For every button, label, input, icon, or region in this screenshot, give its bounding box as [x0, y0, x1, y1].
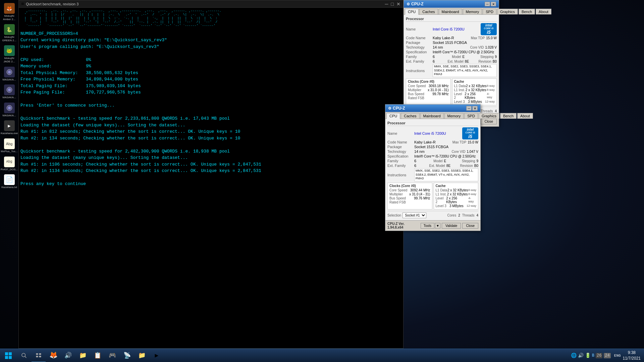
cpuz-validate-button-2[interactable]: Validate — [442, 223, 461, 229]
svg-line-11 — [25, 356, 26, 358]
taskbar-app-network[interactable]: 📡 — [120, 349, 134, 362]
sidebar-item-masaka-2[interactable]: MASAKA... — [1, 83, 18, 101]
cpuz-clocks-cache-1: Clocks (Core #0) Core Speed 3093.18 MHz … — [406, 78, 497, 105]
cpuz-tab-graphics-1[interactable]: Graphics — [497, 9, 518, 14]
sidebar-item-kazahana-exe[interactable]: ▶ Kazahana.exe — [1, 119, 18, 136]
cpuz-sel-group-2: Selection Socket #1 — [387, 213, 426, 218]
cpuz-tab-graphics-2[interactable]: Graphics — [479, 113, 499, 119]
explorer-icon: 📁 — [138, 352, 146, 359]
cpuz-level2-label-2: Level 2 — [436, 196, 446, 204]
cpuz-tab-spd-1[interactable]: SPD — [483, 9, 496, 14]
tray-battery-icon[interactable]: 🔋 — [585, 353, 591, 358]
cpuz-l1data-assoc-2: 8-way — [468, 188, 476, 192]
terminal-maximize-button[interactable]: □ — [391, 2, 394, 6]
taskview-icon — [36, 352, 42, 358]
cpuz-tab-memory-1[interactable]: Memory — [463, 9, 482, 14]
cpuz-family-value-2: 6 — [414, 159, 432, 163]
cpuz-threads-val-1: 4 — [495, 109, 497, 113]
cpuz-close-button-2[interactable]: ✕ — [472, 106, 478, 111]
cpuz-window-controls-1: ─ ✕ — [485, 2, 496, 6]
cpuz-tab-cpu-2[interactable]: CPU — [386, 113, 400, 119]
cpuz-tdp-value-1: 15.0 W — [486, 36, 497, 40]
cpuz-close-button-footer-1[interactable]: Close — [481, 119, 497, 124]
tray-network-icon[interactable]: 🌐 — [571, 353, 577, 358]
tray-volume-icon[interactable]: 🔊 — [578, 353, 584, 358]
game-icon: 🎮 — [109, 352, 116, 359]
cpuz-busspeed-label-1: Bus Speed — [408, 92, 424, 96]
cpuz-content-1: Processor Name Intel Core i5 7200U intel… — [404, 15, 499, 116]
cpuz-family-row-1: Family 6 Model E Stepping 9 — [406, 55, 497, 59]
sidebar-item-kazahana-txt[interactable]: 📄 Kazahana.txt — [1, 173, 18, 190]
taskbar-app-speaker[interactable]: 🔊 — [61, 349, 75, 362]
cpuz-tab-about-2[interactable]: About — [517, 113, 533, 119]
cpuz-sel-dropdown-2[interactable]: Socket #1 — [402, 213, 426, 218]
cpuz-tab-mainboard-2[interactable]: Mainboard — [420, 113, 444, 119]
cpuz-content-2: Processor Name Intel Core i5 7200U intel… — [385, 119, 480, 220]
taskbar-app-explorer[interactable]: 📁 — [135, 349, 149, 362]
cpuz-codename-label-1: Code Name — [406, 36, 433, 40]
cpuz-tools-button-2[interactable]: Tools — [421, 223, 434, 229]
sidebar-item-label: Kazahana.txt — [1, 186, 17, 189]
cpuz-tab-cpu-1[interactable]: CPU — [405, 9, 419, 15]
cpuz-info-group-2: Cores 2 Threads 4 — [447, 214, 479, 217]
cpuz-minimize-button-2[interactable]: ─ — [466, 106, 472, 111]
sidebar-item-mokujin-amber[interactable]: 🦊 MokujIN Amber 2... — [1, 2, 18, 22]
cpuz-spec-row-2: Specification Intel® Core™ i5-7200U CPU … — [387, 154, 478, 158]
tray-bluetooth-icon[interactable]: B — [592, 353, 594, 358]
cpuz-minimize-button-1[interactable]: ─ — [485, 2, 490, 6]
cpuz-tools-group-2: Tools ▼ — [421, 223, 440, 229]
terminal-content[interactable]: ,---------. ,--. ,--. ,--. ,--. ,------.… — [19, 8, 403, 348]
cpuz-codename-value-1: Kaby Lake-R — [433, 36, 469, 40]
cpuz-close-button-footer-2[interactable]: Close — [462, 223, 478, 229]
taskbar-app-media[interactable]: ▶ — [150, 349, 164, 362]
taskbar-app-folder[interactable]: 📁 — [76, 349, 90, 362]
cpuz-icon-2: ⚙ — [388, 106, 391, 111]
cpuz-tab-caches-2[interactable]: Caches — [401, 113, 419, 119]
cpuz-tab-bench-2[interactable]: Bench — [500, 113, 517, 119]
taskbar: 🦊 🔊 📁 📋 🎮 📡 📁 ▶ 🌐 🔊 🔋 B 26 — [0, 349, 644, 362]
taskbar-app-game[interactable]: 🎮 — [105, 349, 119, 362]
cpuz-l1inst-val-2: 2 x 32 KBytes — [447, 192, 468, 196]
cpuz-package-row-1: Package Socket 1515 FCBGA — [406, 41, 497, 45]
taskbar-app-notepad[interactable]: 📋 — [91, 349, 105, 362]
cpuz-level3-label-2: Level 3 — [436, 204, 446, 208]
sidebar-item-mokujin-green[interactable]: 🐍 MokujIN GREEN 2... — [1, 23, 18, 43]
cpuz-tools-dropdown-2[interactable]: ▼ — [435, 223, 440, 229]
cpuz-tab-bench-1[interactable]: Bench — [519, 9, 535, 14]
sidebar-item-masaka-1[interactable]: MASAKA... — [1, 65, 18, 83]
cpuz-level3-val-1: 3 MBytes — [468, 100, 482, 104]
terminal-minimize-button[interactable]: ─ — [385, 2, 388, 6]
cpuz-cache-box-1: Cache L1 Data 2 x 32 KBytes 8-way L1 Ins… — [452, 78, 497, 105]
cpuz-stepping-value-2: 9 — [476, 159, 478, 163]
cpuz-corevid-label-2: Core VID — [451, 150, 465, 154]
terminal-icon: ⊞ — [21, 1, 24, 6]
cpuz-tdp-label-1: Max TDP — [471, 36, 485, 40]
cpuz-cache-box-2: Cache L1 Data 2 x 32 KBytes 8-way L1 Ins… — [434, 183, 479, 209]
cpuz-tab-memory-2[interactable]: Memory — [444, 113, 464, 119]
cpuz-tab-about-1[interactable]: About — [536, 9, 551, 14]
start-button[interactable] — [0, 349, 17, 362]
cpuz-level2-row-1: Level 2 2 x 256 KBytes 4-way — [454, 92, 495, 100]
terminal-close-button[interactable]: ✕ — [396, 2, 400, 6]
taskbar-app-search[interactable] — [17, 349, 31, 362]
sidebar-item-mxplus[interactable]: Abg MxPlus_Tos... — [1, 137, 18, 155]
kazahana-txt-icon: 📄 — [4, 174, 15, 185]
cpuz-tab-mainboard-1[interactable]: Mainboard — [439, 9, 462, 14]
cpuz-spec-value-1: Intel® Core™ i5-7200U CPU @ 2.50GHz — [433, 50, 497, 54]
tray-num2-icon: 24 — [604, 353, 610, 358]
masaka-icon-2 — [4, 84, 15, 95]
cpuz-close-button-1[interactable]: ✕ — [491, 2, 496, 6]
tray-lang-indicator[interactable]: ENG — [614, 354, 621, 358]
cpuz-level3-assoc-1: 12-way — [485, 100, 495, 104]
cpuz-l1inst-label-2: L1 Inst. — [436, 192, 447, 196]
taskbar-app-firefox[interactable]: 🦊 — [46, 349, 60, 362]
cpuz-tech-label-2: Technology — [387, 149, 414, 154]
cpuz-footer-2: CPU-Z Ver. 1.94.8.x64 Tools ▼ Validate C… — [385, 220, 480, 231]
sidebar-item-mokujin-jade[interactable]: 🐸 MokujIN JADE 2... — [1, 44, 18, 64]
sidebar-item-masaka-3[interactable]: MASAKA... — [1, 101, 18, 119]
sidebar-item-px437[interactable]: Abg Px437_DOS... — [1, 155, 18, 173]
cpuz-tab-spd-2[interactable]: SPD — [464, 113, 478, 119]
taskbar-app-taskview[interactable] — [32, 349, 46, 362]
cpuz-tab-caches-1[interactable]: Caches — [419, 9, 438, 14]
tray-clock[interactable]: 9:38 11/7/2021 — [623, 350, 641, 361]
